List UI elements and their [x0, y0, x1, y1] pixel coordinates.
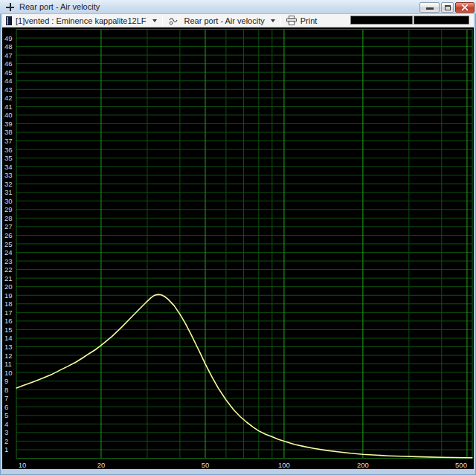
svg-text:20: 20 — [4, 282, 13, 291]
y-axis-labels: 1234567891011121314151617181920212223242… — [4, 34, 13, 454]
svg-text:46: 46 — [4, 59, 13, 68]
svg-text:8: 8 — [4, 386, 8, 394]
svg-text:26: 26 — [4, 231, 13, 239]
svg-text:41: 41 — [4, 103, 13, 111]
project-box-icon — [6, 16, 12, 25]
svg-text:11: 11 — [4, 360, 12, 368]
svg-text:23: 23 — [4, 257, 13, 265]
svg-text:7: 7 — [4, 394, 8, 402]
svg-text:27: 27 — [4, 222, 13, 230]
svg-text:13: 13 — [4, 343, 13, 351]
printer-icon — [286, 16, 297, 25]
svg-text:24: 24 — [4, 248, 13, 256]
svg-text:6: 6 — [4, 403, 8, 411]
svg-text:9: 9 — [4, 377, 8, 385]
svg-text:43: 43 — [4, 85, 13, 94]
x-axis-labels: 102050100200500 — [19, 461, 467, 469]
svg-text:37: 37 — [4, 137, 13, 145]
svg-text:18: 18 — [4, 300, 13, 308]
svg-text:44: 44 — [4, 77, 13, 85]
air-velocity-curve — [16, 294, 472, 458]
svg-text:39: 39 — [4, 120, 13, 128]
svg-text:32: 32 — [4, 180, 13, 188]
toolbar-separator — [280, 16, 281, 26]
svg-text:49: 49 — [4, 34, 13, 42]
cursor-readout-value — [414, 16, 469, 25]
minimize-icon — [426, 7, 434, 10]
svg-text:48: 48 — [4, 42, 13, 51]
svg-text:200: 200 — [357, 461, 369, 469]
svg-text:42: 42 — [4, 94, 13, 102]
svg-text:30: 30 — [4, 197, 13, 205]
cursor-readout-frequency — [350, 16, 413, 25]
window-title: Rear port - Air velocity — [19, 2, 100, 11]
toolbar: [1]vented : Eminence kappalite12LF Rear … — [2, 14, 474, 28]
svg-text:40: 40 — [4, 111, 13, 119]
close-button[interactable] — [455, 2, 475, 13]
toolbar-separator — [162, 16, 163, 26]
svg-text:21: 21 — [4, 274, 13, 282]
graph-selector-label: Rear port - Air velocity — [184, 16, 265, 25]
project-selector-dropdown[interactable]: [1]vented : Eminence kappalite12LF — [2, 15, 161, 27]
restore-button[interactable] — [441, 2, 454, 13]
svg-text:10: 10 — [4, 369, 13, 377]
svg-text:35: 35 — [4, 154, 13, 162]
window-content: [1]vented : Eminence kappalite12LF Rear … — [2, 14, 474, 469]
minimize-button[interactable] — [419, 2, 440, 13]
svg-text:38: 38 — [4, 128, 13, 136]
svg-text:33: 33 — [4, 171, 13, 179]
chevron-down-icon — [271, 19, 275, 22]
svg-text:1: 1 — [4, 445, 8, 453]
titlebar[interactable]: Rear port - Air velocity — [0, 0, 476, 14]
restore-icon — [445, 5, 451, 10]
svg-text:16: 16 — [4, 317, 13, 325]
graph-selector-dropdown[interactable]: Rear port - Air velocity — [164, 15, 279, 27]
svg-text:31: 31 — [4, 188, 13, 196]
svg-text:2: 2 — [4, 437, 8, 445]
svg-text:17: 17 — [4, 308, 13, 317]
svg-text:100: 100 — [278, 461, 290, 469]
air-velocity-plot[interactable]: 1234567891011121314151617181920212223242… — [2, 28, 474, 469]
svg-text:10: 10 — [19, 461, 27, 469]
svg-text:5: 5 — [4, 411, 8, 419]
svg-text:14: 14 — [4, 334, 13, 342]
svg-text:12: 12 — [4, 352, 13, 360]
svg-text:45: 45 — [4, 68, 13, 77]
grid — [16, 30, 472, 459]
svg-text:34: 34 — [4, 163, 13, 171]
svg-text:15: 15 — [4, 326, 13, 334]
svg-text:29: 29 — [4, 205, 13, 213]
chart-area[interactable]: 1234567891011121314151617181920212223242… — [2, 28, 474, 469]
svg-text:20: 20 — [97, 461, 106, 469]
svg-text:47: 47 — [4, 51, 13, 59]
svg-text:19: 19 — [4, 291, 13, 300]
svg-text:22: 22 — [4, 265, 13, 274]
svg-text:25: 25 — [4, 240, 13, 248]
project-selector-label: [1]vented : Eminence kappalite12LF — [16, 16, 147, 25]
curve-icon — [168, 16, 181, 25]
print-label: Print — [300, 16, 318, 25]
app-window: Rear port - Air velocity [1]vented : Emi… — [0, 0, 476, 475]
move-cross-icon — [6, 3, 14, 11]
svg-text:3: 3 — [4, 428, 8, 436]
svg-text:50: 50 — [202, 461, 210, 469]
svg-text:500: 500 — [455, 461, 467, 469]
chevron-down-icon — [152, 19, 157, 22]
svg-text:4: 4 — [4, 420, 8, 428]
svg-text:28: 28 — [4, 214, 13, 222]
print-button[interactable]: Print — [283, 15, 321, 27]
svg-text:36: 36 — [4, 146, 13, 154]
